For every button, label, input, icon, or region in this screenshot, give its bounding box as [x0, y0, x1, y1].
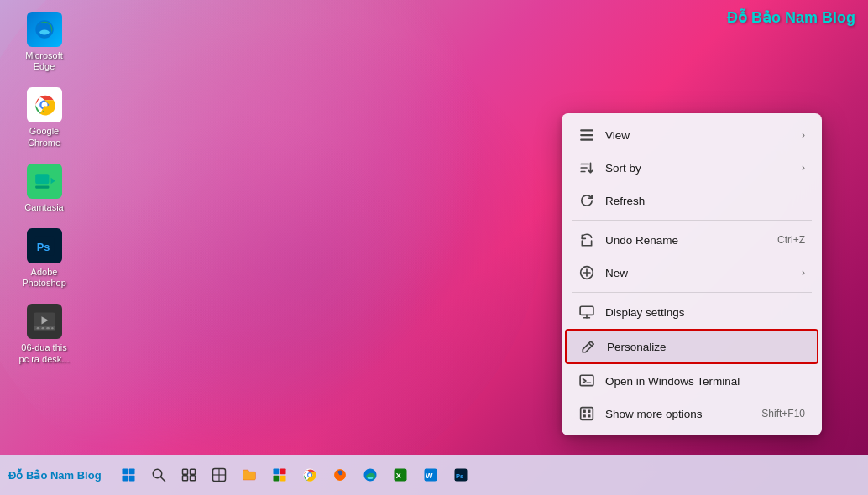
undo-shortcut: Ctrl+Z [777, 234, 805, 246]
svg-rect-30 [588, 410, 590, 413]
svg-rect-46 [273, 469, 279, 475]
task-view-button[interactable] [175, 461, 202, 488]
desktop: Đỗ Bảo Nam Blog Microsoft Edge [0, 0, 868, 495]
svg-rect-26 [580, 375, 593, 385]
svg-rect-17 [580, 134, 593, 136]
svg-point-0 [39, 30, 50, 35]
svg-rect-36 [128, 476, 134, 482]
svg-rect-48 [273, 476, 279, 482]
menu-item-terminal[interactable]: Open in Windows Terminal [565, 365, 818, 397]
desktop-icon-chrome[interactable]: Google Chrome [13, 84, 76, 151]
ps-label: Adobe Photoshop [16, 267, 72, 289]
camtasia-icon-bg [27, 164, 62, 199]
svg-rect-49 [280, 476, 285, 482]
svg-line-25 [589, 343, 592, 346]
svg-rect-16 [580, 129, 593, 131]
ps-icon-bg: Ps [27, 228, 62, 263]
personalize-label: Personalize [607, 341, 803, 353]
display-icon [578, 304, 595, 320]
video-label: 06-dua this pc ra desk... [16, 342, 72, 364]
context-menu: View › Sort by › Refresh Undo Rename Ctr… [562, 113, 822, 435]
menu-item-display[interactable]: Display settings [565, 296, 818, 328]
svg-rect-12 [36, 327, 39, 329]
more-label: Show more options [605, 408, 755, 420]
svg-point-54 [367, 477, 373, 479]
chrome-icon-bg [27, 87, 62, 122]
svg-rect-42 [190, 476, 195, 481]
chrome-label: Google Chrome [16, 126, 72, 148]
edge-label: Microsoft Edge [16, 50, 72, 72]
svg-line-38 [160, 477, 165, 481]
desktop-icon-camtasia[interactable]: Camtasia [13, 160, 76, 216]
new-arrow: › [802, 267, 805, 279]
svg-rect-31 [583, 414, 586, 417]
new-label: New [605, 267, 795, 279]
svg-rect-5 [35, 185, 49, 188]
svg-rect-29 [583, 410, 586, 413]
svg-rect-33 [122, 469, 128, 475]
svg-rect-32 [588, 414, 590, 417]
more-shortcut: Shift+F10 [761, 408, 805, 419]
more-icon [578, 405, 595, 422]
svg-marker-4 [50, 177, 55, 184]
svg-rect-35 [122, 476, 128, 482]
view-icon [578, 127, 595, 143]
camtasia-label: Camtasia [24, 202, 63, 213]
watermark-text: Đỗ Bảo Nam Blog [727, 8, 855, 27]
edge-taskbar-button[interactable] [357, 461, 384, 488]
view-arrow: › [802, 129, 805, 141]
excel-button[interactable]: X [387, 461, 414, 488]
desktop-icon-photoshop[interactable]: Ps Adobe Photoshop [13, 225, 76, 292]
menu-item-view[interactable]: View › [565, 119, 818, 151]
desktop-icon-video[interactable]: 06-dua this pc ra desk... [13, 300, 76, 367]
menu-item-personalize[interactable]: Personalize [565, 329, 818, 364]
refresh-label: Refresh [605, 195, 805, 207]
store-button[interactable] [266, 461, 293, 488]
undo-label: Undo Rename [605, 234, 771, 247]
ps-taskbar-button[interactable]: Ps [447, 461, 474, 488]
svg-text:Ps: Ps [456, 472, 463, 480]
taskbar: Đỗ Bảo Nam Blog [0, 455, 868, 495]
menu-item-undo[interactable]: Undo Rename Ctrl+Z [565, 224, 818, 256]
chrome-taskbar-button[interactable] [296, 461, 323, 488]
svg-rect-14 [46, 327, 50, 329]
start-button[interactable] [115, 461, 142, 488]
terminal-label: Open in Windows Terminal [605, 375, 805, 388]
menu-item-more[interactable]: Show more options Shift+F10 [565, 398, 818, 430]
menu-item-new[interactable]: New › [565, 257, 818, 289]
firefox-button[interactable] [327, 461, 353, 488]
svg-rect-34 [128, 469, 134, 475]
personalize-icon [580, 338, 597, 355]
menu-item-refresh[interactable]: Refresh [565, 185, 818, 216]
edge-icon [27, 12, 62, 47]
widgets-button[interactable] [206, 461, 233, 488]
svg-rect-15 [51, 327, 53, 329]
refresh-icon [578, 192, 595, 209]
sort-icon [578, 159, 595, 176]
svg-point-52 [308, 473, 311, 477]
desktop-icons-area: Microsoft Edge Google Chrome [13, 8, 76, 368]
svg-rect-47 [280, 469, 285, 475]
svg-rect-28 [581, 408, 593, 420]
separator-1 [572, 220, 812, 221]
word-button[interactable]: W [417, 461, 444, 488]
new-icon [578, 264, 595, 281]
file-explorer-button[interactable] [236, 461, 263, 488]
search-button[interactable] [145, 461, 172, 488]
sort-arrow: › [802, 162, 805, 174]
menu-item-sort[interactable]: Sort by › [565, 152, 818, 184]
desktop-icon-edge[interactable]: Microsoft Edge [13, 8, 76, 76]
display-label: Display settings [605, 306, 805, 319]
terminal-icon [578, 373, 595, 389]
svg-rect-18 [580, 139, 593, 141]
separator-2 [572, 292, 812, 293]
svg-text:Ps: Ps [36, 241, 50, 253]
svg-rect-3 [35, 174, 49, 184]
sort-label: Sort by [605, 162, 795, 175]
svg-rect-13 [41, 327, 44, 329]
svg-text:W: W [426, 472, 433, 480]
undo-icon [578, 232, 595, 248]
svg-rect-41 [182, 476, 187, 481]
svg-rect-39 [182, 469, 187, 474]
svg-rect-22 [580, 306, 593, 315]
